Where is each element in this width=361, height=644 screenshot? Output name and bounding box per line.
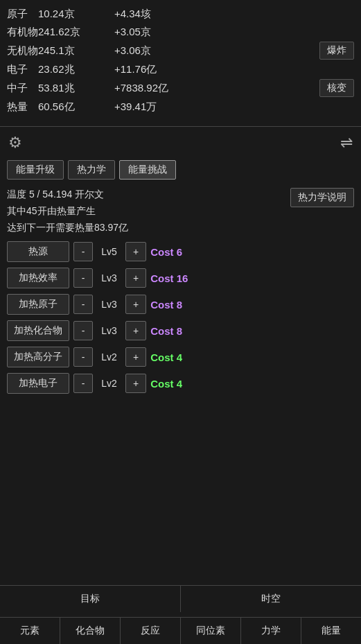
stats-value-1: 241.62京: [38, 24, 114, 40]
minus-btn-0[interactable]: -: [73, 242, 93, 261]
cost-label-3: Cost 8: [150, 325, 182, 337]
stats-value-4: 53.81兆: [38, 80, 114, 96]
upgrade-name-btn-1[interactable]: 加热效率: [7, 268, 69, 288]
upgrade-row-2: 加热原子-Lv3+Cost 8: [7, 294, 354, 315]
stats-label-2: 无机物: [7, 42, 38, 59]
cost-label-2: Cost 8: [150, 299, 182, 311]
minus-btn-5[interactable]: -: [73, 374, 93, 393]
info-section: 温度 5 / 54.194 开尔文 其中45开由热量产生 达到下一开需要热量83…: [0, 184, 361, 238]
upgrade-name-btn-2[interactable]: 加热原子: [7, 294, 69, 315]
upgrade-name-btn-3[interactable]: 加热化合物: [7, 320, 69, 341]
stats-delta-0: +4.34垓: [114, 6, 354, 22]
stats-label-5: 热量: [7, 98, 38, 115]
stats-delta-4: +7838.92亿: [114, 80, 319, 96]
minus-btn-4[interactable]: -: [73, 347, 93, 367]
nav-bottom-btn-0[interactable]: 元素: [0, 618, 60, 644]
stats-row: 有机物241.62京+3.05京: [7, 24, 354, 40]
bottom-nav-bottom: 元素化合物反应同位素力学能量: [0, 617, 361, 644]
plus-btn-5[interactable]: +: [125, 374, 146, 393]
stats-label-0: 原子: [7, 6, 38, 22]
stats-delta-5: +39.41万: [114, 98, 354, 115]
nav-bottom-btn-4[interactable]: 力学: [241, 618, 301, 644]
tab-1[interactable]: 热力学: [68, 160, 115, 180]
stats-row: 电子23.62兆+11.76亿: [7, 61, 354, 78]
stats-value-5: 60.56亿: [38, 98, 114, 115]
plus-btn-2[interactable]: +: [125, 295, 146, 314]
cost-label-4: Cost 4: [150, 351, 182, 363]
divider-1: [0, 126, 361, 127]
minus-btn-1[interactable]: -: [73, 268, 93, 288]
stats-label-4: 中子: [7, 80, 38, 96]
temp-line2: 其中45开由热量产生: [7, 203, 128, 220]
upgrade-row-1: 加热效率-Lv3+Cost 16: [7, 268, 354, 288]
info-text: 温度 5 / 54.194 开尔文 其中45开由热量产生 达到下一开需要热量83…: [7, 186, 128, 236]
upgrade-name-btn-0[interactable]: 热源: [7, 241, 69, 262]
nav-bottom-btn-5[interactable]: 能量: [301, 618, 361, 644]
stats-delta-2: +3.06京: [114, 42, 319, 59]
upgrade-name-btn-5[interactable]: 加热电子: [7, 373, 69, 394]
stats-delta-3: +11.76亿: [114, 61, 354, 78]
tab-2[interactable]: 能量挑战: [119, 160, 176, 180]
plus-btn-3[interactable]: +: [125, 321, 146, 340]
icons-row: ⚙ ⇌: [0, 130, 361, 156]
upgrade-section: 热源-Lv5+Cost 6加热效率-Lv3+Cost 16加热原子-Lv3+Co…: [0, 238, 361, 402]
stats-row: 热量60.56亿+39.41万: [7, 98, 354, 115]
level-text-2: Lv3: [97, 299, 121, 310]
stats-btn-核变[interactable]: 核变: [319, 79, 354, 97]
minus-btn-3[interactable]: -: [73, 321, 93, 340]
stats-btn-爆炸[interactable]: 爆炸: [319, 42, 354, 60]
stats-row: 无机物245.1京+3.06京爆炸: [7, 42, 354, 60]
cost-label-1: Cost 16: [150, 272, 188, 284]
temp-line1: 温度 5 / 54.194 开尔文: [7, 186, 128, 203]
temp-line3: 达到下一开需要热量83.97亿: [7, 220, 128, 236]
plus-btn-1[interactable]: +: [125, 268, 146, 288]
upgrade-row-4: 加热高分子-Lv2+Cost 4: [7, 347, 354, 367]
plus-btn-0[interactable]: +: [125, 242, 146, 261]
shuffle-icon[interactable]: ⇌: [340, 134, 353, 152]
stats-value-3: 23.62兆: [38, 61, 114, 78]
level-text-4: Lv2: [97, 351, 121, 363]
stats-label-1: 有机物: [7, 24, 38, 40]
plus-btn-4[interactable]: +: [125, 347, 146, 367]
thermodynamics-explain-button[interactable]: 热力学说明: [290, 188, 354, 207]
stats-row: 原子10.24京+4.34垓: [7, 6, 354, 22]
cost-label-0: Cost 6: [150, 246, 182, 258]
stats-value-2: 245.1京: [38, 42, 114, 59]
gear-icon[interactable]: ⚙: [8, 134, 22, 152]
tab-0[interactable]: 能量升级: [7, 160, 64, 180]
level-text-3: Lv3: [97, 325, 121, 336]
nav-top-btn-0[interactable]: 目标: [0, 586, 181, 612]
tabs-row: 能量升级热力学能量挑战: [0, 156, 361, 184]
level-text-5: Lv2: [97, 378, 121, 389]
cost-label-5: Cost 4: [150, 378, 182, 390]
nav-bottom-btn-1[interactable]: 化合物: [60, 618, 121, 644]
stats-label-3: 电子: [7, 61, 38, 78]
nav-top-btn-1[interactable]: 时空: [181, 586, 361, 612]
level-text-1: Lv3: [97, 272, 121, 284]
nav-bottom-btn-3[interactable]: 同位素: [181, 618, 241, 644]
upgrade-row-3: 加热化合物-Lv3+Cost 8: [7, 320, 354, 341]
minus-btn-2[interactable]: -: [73, 295, 93, 314]
level-text-0: Lv5: [97, 246, 121, 257]
bottom-nav-top: 目标时空: [0, 585, 361, 612]
stats-value-0: 10.24京: [38, 6, 114, 22]
upgrade-name-btn-4[interactable]: 加热高分子: [7, 347, 69, 367]
upgrade-row-5: 加热电子-Lv2+Cost 4: [7, 373, 354, 394]
nav-bottom-btn-2[interactable]: 反应: [121, 618, 181, 644]
stats-section: 原子10.24京+4.34垓有机物241.62京+3.05京无机物245.1京+…: [0, 0, 361, 123]
upgrade-row-0: 热源-Lv5+Cost 6: [7, 241, 354, 262]
stats-delta-1: +3.05京: [114, 24, 354, 40]
stats-row: 中子53.81兆+7838.92亿核变: [7, 79, 354, 97]
